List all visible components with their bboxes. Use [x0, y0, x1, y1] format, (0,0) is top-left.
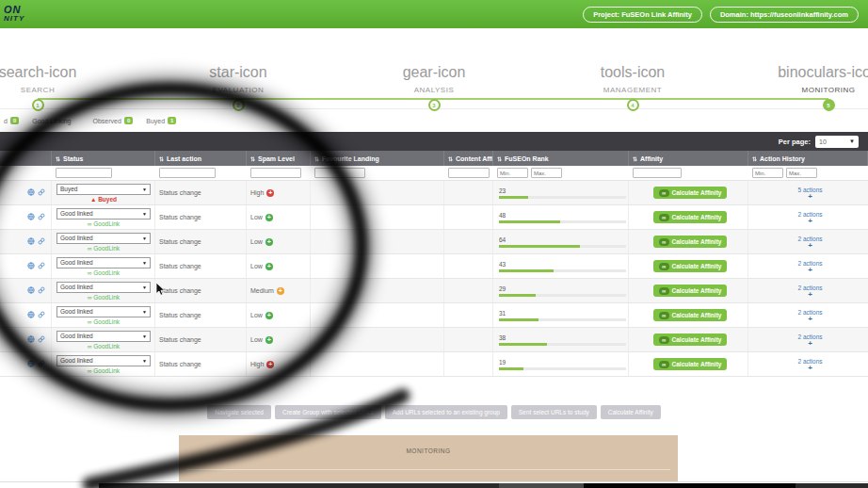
calculate-affinity-button[interactable]: ∞ Calculate Affinity [653, 187, 728, 199]
chain-icon: ∞ [659, 214, 669, 221]
link-icon[interactable] [38, 188, 45, 197]
chevron-down-icon: ▼ [142, 236, 147, 241]
favourite-landing-filter-input[interactable] [314, 168, 365, 178]
add-action-button[interactable]: + [808, 340, 812, 347]
link-icon[interactable] [38, 335, 45, 344]
step-circle[interactable]: 4 [627, 99, 639, 111]
column-header[interactable]: ⇅Affinity [629, 151, 748, 166]
calculate-affinity-button[interactable]: ∞ Calculate Affinity [653, 285, 728, 297]
sort-icon: ⇅ [752, 155, 757, 162]
last-action-cell: Status change [155, 230, 247, 253]
sort-icon: ⇅ [314, 155, 319, 162]
per-page-select[interactable]: 10 ▼ [815, 136, 859, 148]
add-action-button[interactable]: + [808, 242, 812, 249]
add-action-button[interactable]: + [808, 218, 812, 224]
fuseon-rank-cell: 48 [493, 205, 629, 229]
history-max-input[interactable] [786, 168, 817, 178]
step-circle[interactable]: 3 [428, 99, 441, 111]
link-icon[interactable] [38, 237, 45, 246]
column-header[interactable]: ⇅Favourite Landing [311, 151, 444, 166]
step-circle[interactable]: 5 [823, 99, 835, 111]
globe-icon[interactable] [27, 262, 35, 270]
project-button[interactable]: Project: FuSEOn Link Affinity [583, 7, 702, 23]
globe-icon[interactable] [27, 213, 35, 221]
status-sub-label: ▲ Buyed [56, 196, 151, 203]
bulk-action-button[interactable]: Sent select URLs to study [511, 405, 597, 419]
status-dropdown[interactable]: Good linked ▼ [56, 208, 151, 220]
globe-icon[interactable] [27, 286, 35, 295]
link-icon[interactable] [38, 213, 45, 221]
filter-tag[interactable]: Buyed 1 [146, 117, 176, 124]
table-header: ⇅Status⇅Last action⇅Spam Level⇅Favourite… [0, 151, 868, 166]
link-icon[interactable] [38, 286, 45, 295]
content-affinity-filter-input[interactable] [448, 168, 490, 178]
link-icon[interactable] [38, 311, 45, 319]
monitoring-panel: MONITORING [179, 435, 678, 482]
stepper-step-monitoring: binoculars-icon MONITORING 5 [772, 64, 868, 110]
column-header[interactable]: ⇅Status [52, 151, 155, 166]
globe-icon[interactable] [27, 360, 35, 368]
bulk-action-button[interactable]: Create Group with selected URLs [275, 405, 381, 419]
link-icon[interactable] [38, 360, 45, 368]
calculate-affinity-button[interactable]: ∞ Calculate Affinity [653, 309, 728, 321]
globe-icon[interactable] [27, 335, 35, 344]
rank-max-input[interactable] [531, 168, 562, 178]
globe-icon[interactable] [27, 237, 35, 246]
bulk-action-button[interactable]: Add URLs selected to an existing group [385, 405, 507, 419]
add-action-button[interactable]: + [808, 316, 812, 322]
status-filter-input[interactable] [56, 168, 112, 178]
filter-tag[interactable]: Observed 0 [93, 117, 134, 124]
add-action-button[interactable]: + [808, 193, 812, 200]
column-header[interactable]: ⇅FuSEOn Rank [493, 151, 629, 166]
status-dropdown[interactable]: Buyed ▼ [56, 184, 151, 195]
globe-icon[interactable] [27, 311, 35, 319]
last-action-filter-input[interactable] [159, 168, 216, 178]
filter-tag[interactable]: Good Linking [32, 118, 79, 124]
link-icon[interactable] [38, 262, 45, 270]
last-action-cell: Status change [155, 254, 247, 278]
filter-tag[interactable]: d 0 [4, 117, 19, 124]
add-action-button[interactable]: + [808, 291, 812, 298]
status-dropdown[interactable]: Good linked ▼ [56, 331, 151, 342]
affinity-filter-input[interactable] [633, 168, 682, 178]
calculate-affinity-button[interactable]: ∞ Calculate Affinity [653, 333, 728, 346]
bulk-action-button[interactable]: Calculate Affinity [601, 405, 661, 419]
status-dropdown[interactable]: Good linked ▼ [56, 257, 151, 268]
calculate-affinity-button[interactable]: ∞ Calculate Affinity [653, 358, 728, 370]
spam-filter-input[interactable] [250, 168, 301, 178]
workflow-stepper: search-icon SEARCH 1 star-icon EVALUATIO… [0, 28, 868, 109]
calculate-affinity-button[interactable]: ∞ Calculate Affinity [653, 211, 728, 223]
rank-bar-track [499, 343, 626, 346]
table-body: Buyed ▼ ▲ Buyed Status change High + 23 … [0, 181, 868, 377]
fuseon-rank-cell: 29 [493, 279, 629, 302]
rank-bar-track [499, 294, 626, 297]
status-sub-label: ∞ GoodLink [56, 294, 151, 301]
spam-level-icon: + [266, 361, 274, 368]
status-dropdown[interactable]: Good linked ▼ [56, 306, 151, 317]
column-header[interactable]: ⇅Content Affinity [444, 151, 493, 166]
rank-bar-fill [499, 343, 547, 346]
chain-icon: ∞ [659, 263, 669, 270]
add-action-button[interactable]: + [808, 365, 812, 371]
status-dropdown[interactable]: Good linked ▼ [56, 355, 151, 366]
status-dropdown[interactable]: Good linked ▼ [56, 233, 151, 244]
chevron-down-icon: ▼ [849, 138, 855, 144]
add-action-button[interactable]: + [808, 267, 812, 273]
bulk-action-button[interactable]: Navigate selected [207, 405, 271, 419]
favourite-landing-cell [311, 230, 444, 253]
content-affinity-cell [444, 205, 493, 229]
rank-min-input[interactable] [497, 168, 528, 178]
status-sub-label: ∞ GoodLink [56, 245, 151, 252]
column-header[interactable]: ⇅Last action [155, 151, 247, 166]
calculate-affinity-button[interactable]: ∞ Calculate Affinity [653, 260, 728, 272]
column-header[interactable]: ⇅Spam Level [247, 151, 311, 166]
calculate-affinity-button[interactable]: ∞ Calculate Affinity [653, 236, 728, 248]
stepper-step-management: tools-icon MANAGEMENT 4 [576, 64, 689, 110]
status-dropdown[interactable]: Good linked ▼ [56, 282, 151, 293]
globe-icon[interactable] [27, 188, 35, 197]
step-circle[interactable]: 2 [233, 99, 245, 111]
history-min-input[interactable] [752, 168, 783, 178]
column-header[interactable]: ⇅Action History [748, 151, 868, 166]
domain-button[interactable]: Domain: https://fuseonlinkaffinity.com [710, 7, 859, 23]
step-circle[interactable]: 1 [32, 99, 44, 111]
